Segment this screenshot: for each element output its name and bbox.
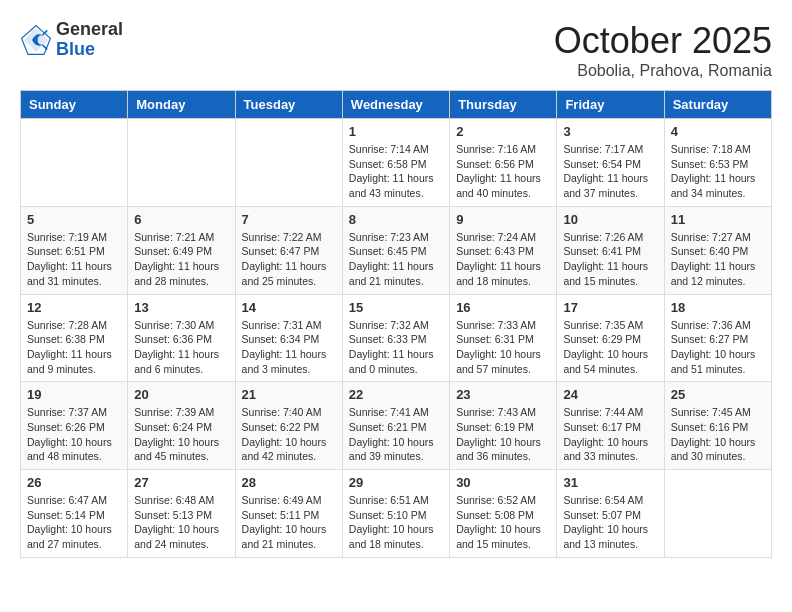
day-number: 26 — [27, 475, 121, 490]
calendar-cell: 9 Sunrise: 7:24 AMSunset: 6:43 PMDayligh… — [450, 206, 557, 294]
day-info: Sunrise: 7:24 AMSunset: 6:43 PMDaylight:… — [456, 230, 550, 289]
calendar-cell: 23 Sunrise: 7:43 AMSunset: 6:19 PMDaylig… — [450, 382, 557, 470]
calendar-table: SundayMondayTuesdayWednesdayThursdayFrid… — [20, 90, 772, 558]
day-number: 31 — [563, 475, 657, 490]
calendar-cell: 11 Sunrise: 7:27 AMSunset: 6:40 PMDaylig… — [664, 206, 771, 294]
day-number: 12 — [27, 300, 121, 315]
calendar-cell: 22 Sunrise: 7:41 AMSunset: 6:21 PMDaylig… — [342, 382, 449, 470]
day-number: 19 — [27, 387, 121, 402]
day-info: Sunrise: 7:33 AMSunset: 6:31 PMDaylight:… — [456, 318, 550, 377]
day-info: Sunrise: 7:28 AMSunset: 6:38 PMDaylight:… — [27, 318, 121, 377]
day-number: 14 — [242, 300, 336, 315]
title-block: October 2025 Bobolia, Prahova, Romania — [554, 20, 772, 80]
day-info: Sunrise: 7:44 AMSunset: 6:17 PMDaylight:… — [563, 405, 657, 464]
logo-icon — [20, 24, 52, 56]
day-info: Sunrise: 6:51 AMSunset: 5:10 PMDaylight:… — [349, 493, 443, 552]
calendar-cell: 17 Sunrise: 7:35 AMSunset: 6:29 PMDaylig… — [557, 294, 664, 382]
day-number: 22 — [349, 387, 443, 402]
calendar-week-row: 5 Sunrise: 7:19 AMSunset: 6:51 PMDayligh… — [21, 206, 772, 294]
day-info: Sunrise: 7:19 AMSunset: 6:51 PMDaylight:… — [27, 230, 121, 289]
day-info: Sunrise: 7:18 AMSunset: 6:53 PMDaylight:… — [671, 142, 765, 201]
calendar-week-row: 1 Sunrise: 7:14 AMSunset: 6:58 PMDayligh… — [21, 119, 772, 207]
day-number: 25 — [671, 387, 765, 402]
calendar-cell: 2 Sunrise: 7:16 AMSunset: 6:56 PMDayligh… — [450, 119, 557, 207]
day-number: 10 — [563, 212, 657, 227]
day-number: 23 — [456, 387, 550, 402]
day-number: 24 — [563, 387, 657, 402]
day-number: 30 — [456, 475, 550, 490]
calendar-cell: 5 Sunrise: 7:19 AMSunset: 6:51 PMDayligh… — [21, 206, 128, 294]
day-info: Sunrise: 7:26 AMSunset: 6:41 PMDaylight:… — [563, 230, 657, 289]
day-number: 28 — [242, 475, 336, 490]
day-number: 21 — [242, 387, 336, 402]
weekday-header: Wednesday — [342, 91, 449, 119]
day-info: Sunrise: 7:45 AMSunset: 6:16 PMDaylight:… — [671, 405, 765, 464]
day-number: 16 — [456, 300, 550, 315]
day-number: 18 — [671, 300, 765, 315]
calendar-cell: 12 Sunrise: 7:28 AMSunset: 6:38 PMDaylig… — [21, 294, 128, 382]
calendar-cell: 30 Sunrise: 6:52 AMSunset: 5:08 PMDaylig… — [450, 470, 557, 558]
day-info: Sunrise: 7:27 AMSunset: 6:40 PMDaylight:… — [671, 230, 765, 289]
day-number: 2 — [456, 124, 550, 139]
day-info: Sunrise: 7:43 AMSunset: 6:19 PMDaylight:… — [456, 405, 550, 464]
day-number: 5 — [27, 212, 121, 227]
location-subtitle: Bobolia, Prahova, Romania — [554, 62, 772, 80]
weekday-header-row: SundayMondayTuesdayWednesdayThursdayFrid… — [21, 91, 772, 119]
weekday-header: Tuesday — [235, 91, 342, 119]
page-header: General Blue October 2025 Bobolia, Praho… — [20, 20, 772, 80]
calendar-week-row: 19 Sunrise: 7:37 AMSunset: 6:26 PMDaylig… — [21, 382, 772, 470]
day-info: Sunrise: 7:23 AMSunset: 6:45 PMDaylight:… — [349, 230, 443, 289]
day-info: Sunrise: 6:54 AMSunset: 5:07 PMDaylight:… — [563, 493, 657, 552]
weekday-header: Monday — [128, 91, 235, 119]
calendar-cell: 24 Sunrise: 7:44 AMSunset: 6:17 PMDaylig… — [557, 382, 664, 470]
calendar-cell: 26 Sunrise: 6:47 AMSunset: 5:14 PMDaylig… — [21, 470, 128, 558]
calendar-cell: 21 Sunrise: 7:40 AMSunset: 6:22 PMDaylig… — [235, 382, 342, 470]
weekday-header: Saturday — [664, 91, 771, 119]
day-info: Sunrise: 7:37 AMSunset: 6:26 PMDaylight:… — [27, 405, 121, 464]
calendar-cell: 8 Sunrise: 7:23 AMSunset: 6:45 PMDayligh… — [342, 206, 449, 294]
day-info: Sunrise: 7:14 AMSunset: 6:58 PMDaylight:… — [349, 142, 443, 201]
day-info: Sunrise: 7:41 AMSunset: 6:21 PMDaylight:… — [349, 405, 443, 464]
logo: General Blue — [20, 20, 123, 60]
calendar-cell — [235, 119, 342, 207]
calendar-cell: 6 Sunrise: 7:21 AMSunset: 6:49 PMDayligh… — [128, 206, 235, 294]
day-info: Sunrise: 7:16 AMSunset: 6:56 PMDaylight:… — [456, 142, 550, 201]
calendar-cell: 27 Sunrise: 6:48 AMSunset: 5:13 PMDaylig… — [128, 470, 235, 558]
calendar-cell: 7 Sunrise: 7:22 AMSunset: 6:47 PMDayligh… — [235, 206, 342, 294]
logo-general: General — [56, 20, 123, 40]
day-info: Sunrise: 7:21 AMSunset: 6:49 PMDaylight:… — [134, 230, 228, 289]
logo-blue: Blue — [56, 40, 123, 60]
day-number: 20 — [134, 387, 228, 402]
day-number: 27 — [134, 475, 228, 490]
day-number: 11 — [671, 212, 765, 227]
day-info: Sunrise: 7:31 AMSunset: 6:34 PMDaylight:… — [242, 318, 336, 377]
calendar-cell: 4 Sunrise: 7:18 AMSunset: 6:53 PMDayligh… — [664, 119, 771, 207]
day-number: 7 — [242, 212, 336, 227]
calendar-cell: 25 Sunrise: 7:45 AMSunset: 6:16 PMDaylig… — [664, 382, 771, 470]
day-info: Sunrise: 6:48 AMSunset: 5:13 PMDaylight:… — [134, 493, 228, 552]
calendar-week-row: 26 Sunrise: 6:47 AMSunset: 5:14 PMDaylig… — [21, 470, 772, 558]
day-number: 3 — [563, 124, 657, 139]
calendar-cell: 20 Sunrise: 7:39 AMSunset: 6:24 PMDaylig… — [128, 382, 235, 470]
day-number: 1 — [349, 124, 443, 139]
day-info: Sunrise: 7:32 AMSunset: 6:33 PMDaylight:… — [349, 318, 443, 377]
weekday-header: Sunday — [21, 91, 128, 119]
calendar-cell — [128, 119, 235, 207]
day-number: 6 — [134, 212, 228, 227]
day-info: Sunrise: 7:22 AMSunset: 6:47 PMDaylight:… — [242, 230, 336, 289]
calendar-cell: 10 Sunrise: 7:26 AMSunset: 6:41 PMDaylig… — [557, 206, 664, 294]
calendar-cell: 29 Sunrise: 6:51 AMSunset: 5:10 PMDaylig… — [342, 470, 449, 558]
day-info: Sunrise: 6:49 AMSunset: 5:11 PMDaylight:… — [242, 493, 336, 552]
day-info: Sunrise: 7:35 AMSunset: 6:29 PMDaylight:… — [563, 318, 657, 377]
calendar-cell: 15 Sunrise: 7:32 AMSunset: 6:33 PMDaylig… — [342, 294, 449, 382]
weekday-header: Thursday — [450, 91, 557, 119]
day-number: 29 — [349, 475, 443, 490]
calendar-week-row: 12 Sunrise: 7:28 AMSunset: 6:38 PMDaylig… — [21, 294, 772, 382]
day-number: 13 — [134, 300, 228, 315]
calendar-cell: 1 Sunrise: 7:14 AMSunset: 6:58 PMDayligh… — [342, 119, 449, 207]
weekday-header: Friday — [557, 91, 664, 119]
day-info: Sunrise: 6:52 AMSunset: 5:08 PMDaylight:… — [456, 493, 550, 552]
calendar-cell: 31 Sunrise: 6:54 AMSunset: 5:07 PMDaylig… — [557, 470, 664, 558]
calendar-cell: 16 Sunrise: 7:33 AMSunset: 6:31 PMDaylig… — [450, 294, 557, 382]
month-title: October 2025 — [554, 20, 772, 62]
